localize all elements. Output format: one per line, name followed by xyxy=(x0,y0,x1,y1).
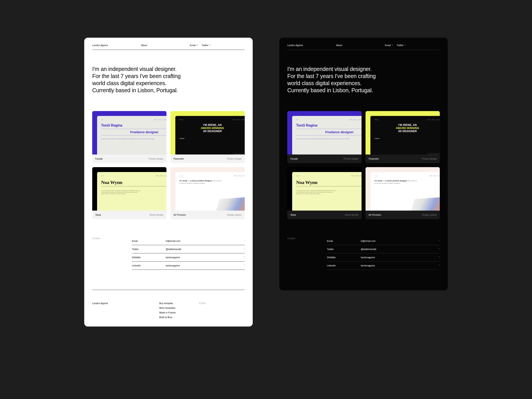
external-icon xyxy=(196,44,198,46)
external-icon xyxy=(243,240,245,241)
contact-key: Email xyxy=(132,240,166,242)
project-category: Brand identity xyxy=(345,214,358,216)
project-name: Sleep xyxy=(290,214,296,216)
project-name: Sleep xyxy=(95,214,101,216)
thumb-button: WORK WITH ME xyxy=(232,153,245,154)
project-name: Facade xyxy=(95,158,103,160)
external-icon xyxy=(404,44,406,46)
projects-grid: TRWork About Contact Tonči Regina Freela… xyxy=(287,111,440,219)
project-card-facade[interactable]: TRWork About Contact Tonči Regina Freela… xyxy=(92,111,166,163)
external-icon xyxy=(438,256,440,258)
external-icon xyxy=(438,248,440,250)
gradient-swatch xyxy=(212,197,245,211)
nav-twitter-label: Twitter xyxy=(397,44,404,47)
footer: Landon Aguirre Buy template More templat… xyxy=(92,302,245,318)
project-category: Brand identity xyxy=(150,214,163,216)
project-card-facade[interactable]: TRWork About Contact Tonči Regina Freela… xyxy=(287,111,361,163)
project-thumb: ●—●Work About Blog Noa Wynn Lorem ipsum … xyxy=(92,167,166,211)
hero-intro: I'm an independent visual designer. For … xyxy=(287,50,440,111)
hero-line: For the last 7 years I've been crafting xyxy=(287,72,440,80)
project-card-sleep[interactable]: ●—●Work About Blog Noa Wynn Lorem ipsum … xyxy=(287,167,361,219)
project-thumb: IRENEWork About Contact I'M IRENE, AN AW… xyxy=(171,111,245,154)
contact-value: @twitterhandle xyxy=(166,248,181,250)
nav-twitter-link[interactable]: Twitter xyxy=(397,44,406,47)
thumb-about: • About xyxy=(179,138,245,139)
project-category: Product design xyxy=(344,158,358,160)
project-card-sleep[interactable]: ●—●Work About Blog Noa Wynn Lorem ipsum … xyxy=(92,167,166,219)
project-thumb: J—◯Work About Blog I'm Jonas — a senior … xyxy=(171,167,245,211)
nav-email-label: Email xyxy=(190,44,196,47)
contact-row-email[interactable]: Email hi@email.com xyxy=(132,237,245,245)
contact-row-twitter[interactable]: Twitter@twitterhandle xyxy=(327,245,440,253)
contact-label: Contact xyxy=(92,237,132,270)
project-name: Parameter xyxy=(174,158,184,160)
nav-email-label: Email xyxy=(385,44,391,47)
project-category: Product design xyxy=(422,158,437,160)
hero-line: Currently based in Lisbon, Portugal. xyxy=(287,87,440,94)
portfolio-light: Landon Aguirre About Email Twitter I'm a… xyxy=(84,38,253,327)
project-thumb: TRWork About Contact Tonči Regina Freela… xyxy=(92,111,166,154)
nav-email-link[interactable]: Email xyxy=(190,44,197,47)
hero-intro: I'm an independent visual designer. For … xyxy=(92,50,245,111)
hero-line: I'm an independent visual designer. xyxy=(287,65,440,72)
project-category: Design system xyxy=(227,214,242,216)
project-name: Parameter xyxy=(369,158,379,160)
hero-line: world class digital experiences. xyxy=(92,80,245,87)
hero-line: For the last 7 years I've been crafting xyxy=(92,72,245,80)
nav-twitter-link[interactable]: Twitter xyxy=(202,44,211,47)
footer-link-bryn[interactable]: Built by Bryn xyxy=(159,316,199,318)
external-icon xyxy=(209,44,211,46)
contact-section: Contact Emailhi@email.com Twitter@twitte… xyxy=(287,237,440,270)
contact-row-linkedin[interactable]: LinkedInlandonaguirre xyxy=(327,262,440,270)
contact-label: Contact xyxy=(287,237,327,270)
project-name: Air Provision xyxy=(369,214,381,216)
project-category: Product design xyxy=(227,158,242,160)
hero-line: Currently based in Lisbon, Portugal. xyxy=(92,87,245,94)
footer-link-buy[interactable]: Buy template xyxy=(159,302,199,304)
thumb-title: Tonči Regina xyxy=(101,123,166,127)
external-icon xyxy=(438,265,440,266)
contact-key: LinkedIn xyxy=(132,264,166,267)
contact-row-dribbble[interactable]: Dribbblelandonaguirre xyxy=(327,253,440,262)
nav-twitter-label: Twitter xyxy=(202,44,209,47)
hero-line: I'm an independent visual designer. xyxy=(92,65,245,72)
nav-about[interactable]: About xyxy=(141,44,190,47)
nav-brand[interactable]: Landon Aguirre xyxy=(92,44,141,47)
project-card-air-provision[interactable]: J—◯Work About Blog I'm Jonas — a senior … xyxy=(171,167,245,219)
nav-about[interactable]: About xyxy=(336,44,385,47)
footer-brand[interactable]: Landon Aguirre xyxy=(92,302,159,318)
footer-copyright: ©2024 xyxy=(199,302,206,318)
thumb-headline: I'M IRENE, AN AWARD-WINNING 3D DESIGNER xyxy=(179,123,245,133)
top-nav: Landon Aguirre About Email Twitter xyxy=(287,44,440,50)
footer-link-more[interactable]: More templates xyxy=(159,307,199,309)
thumb-subtitle: Freelance designer xyxy=(101,130,166,134)
project-card-air-provision[interactable]: J—◯Work About Blog I'm Jonas — a senior … xyxy=(366,167,440,219)
projects-grid: TRWork About Contact Tonči Regina Freela… xyxy=(92,111,245,219)
project-card-parameter[interactable]: IRENEWork About Contact I'M IRENE, ANAWA… xyxy=(366,111,440,163)
top-nav: Landon Aguirre About Email Twitter xyxy=(92,44,245,50)
contact-key: Twitter xyxy=(132,248,166,250)
contact-section: Contact Email hi@email.com Twitter @twit… xyxy=(92,237,245,270)
nav-brand[interactable]: Landon Aguirre xyxy=(287,44,336,47)
nav-email-link[interactable]: Email xyxy=(385,44,393,47)
external-icon xyxy=(243,256,245,258)
project-name: Air Provision xyxy=(174,214,186,216)
contact-row-linkedin[interactable]: LinkedIn landonaguirre xyxy=(132,262,245,270)
project-name: Facade xyxy=(290,158,298,160)
external-icon xyxy=(438,240,440,241)
contact-key: Dribbble xyxy=(132,256,166,259)
divider xyxy=(92,290,245,290)
contact-value: landonaguirre xyxy=(166,264,180,267)
contact-value: hi@email.com xyxy=(166,240,181,242)
contact-value: landonaguirre xyxy=(166,256,180,259)
hero-line: world class digital experiences. xyxy=(287,80,440,87)
contact-row-dribbble[interactable]: Dribbble landonaguirre xyxy=(132,253,245,262)
footer-link-framer[interactable]: Made in Framer xyxy=(159,311,199,314)
external-icon xyxy=(243,265,245,266)
project-category: Design system xyxy=(422,214,437,216)
project-card-parameter[interactable]: IRENEWork About Contact I'M IRENE, AN AW… xyxy=(171,111,245,163)
contact-row-twitter[interactable]: Twitter @twitterhandle xyxy=(132,245,245,253)
thumb-lorem: Lorem ipsum dolor sit amet, consectetur … xyxy=(101,190,141,195)
contact-row-email[interactable]: Emailhi@email.com xyxy=(327,237,440,245)
thumb-lorem: Lorem ipsum dolor sit amet, consectetur … xyxy=(101,138,166,140)
